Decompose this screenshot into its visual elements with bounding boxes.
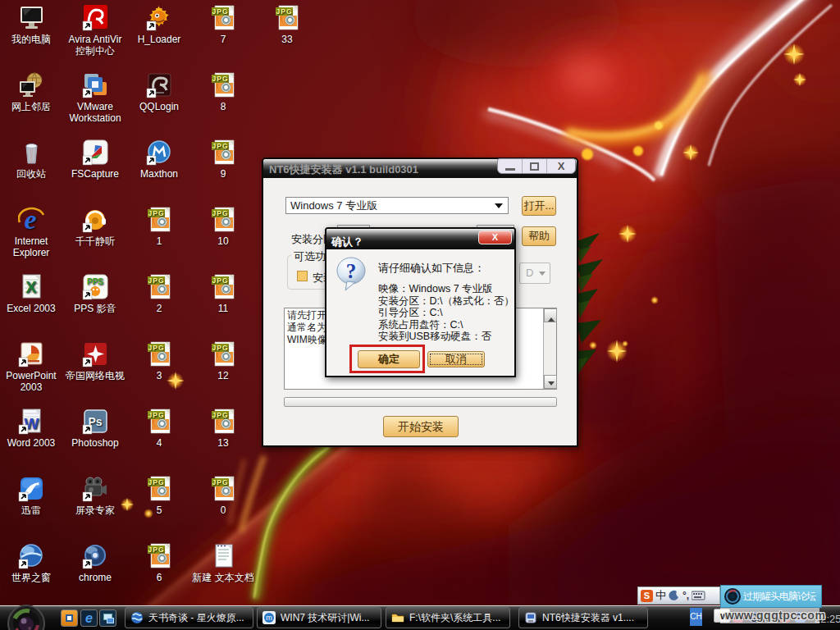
svg-text:JPG: JPG: [212, 276, 228, 285]
svg-text:?: ?: [346, 260, 357, 282]
svg-text:JPG: JPG: [148, 546, 164, 554]
svg-text:m: m: [266, 614, 272, 622]
svg-text:JPG: JPG: [212, 411, 228, 419]
svg-text:JPG: JPG: [148, 276, 164, 285]
svg-text:JPG: JPG: [212, 344, 228, 352]
svg-text:JPG: JPG: [276, 7, 292, 16]
svg-text:JPG: JPG: [148, 478, 164, 486]
svg-text:JPG: JPG: [212, 75, 228, 83]
svg-text:JPG: JPG: [212, 478, 228, 486]
svg-text:X: X: [25, 278, 37, 296]
svg-text:JPG: JPG: [148, 344, 164, 352]
svg-text:JPG: JPG: [148, 209, 164, 217]
svg-text:JPG: JPG: [212, 142, 228, 150]
svg-text:JPG: JPG: [212, 209, 228, 217]
svg-text:JPG: JPG: [212, 7, 228, 16]
svg-text:JPG: JPG: [148, 411, 164, 419]
